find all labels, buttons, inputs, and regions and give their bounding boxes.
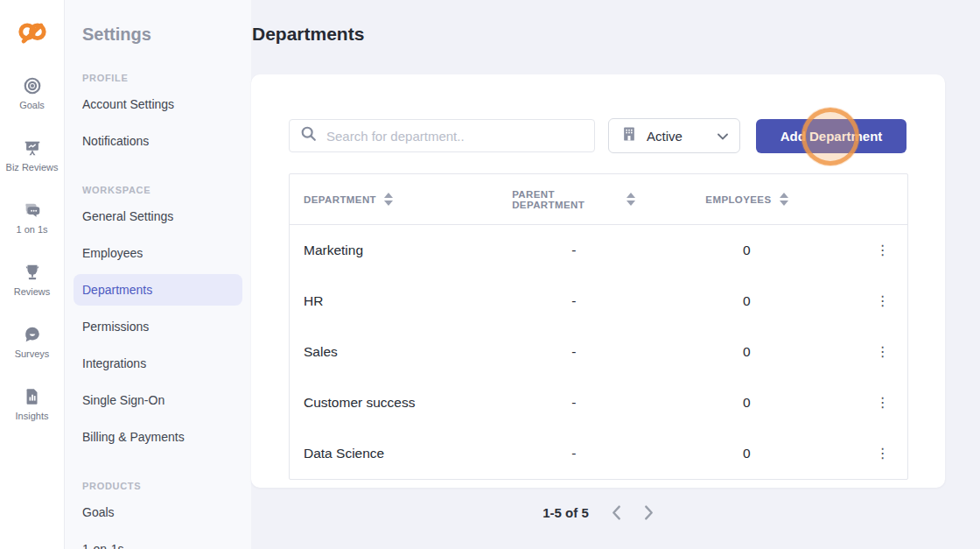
department-name: Sales [290,344,512,360]
table-header-row: DEPARTMENT PARENT DEPARTMENT EMPLOYEES [290,174,907,225]
table-row-data-science: Data Science - 0 ⋮ [290,428,907,479]
status-filter-value: Active [647,129,682,144]
sidebar-item-billing-payments[interactable]: Billing & Payments [74,421,242,453]
employees-count: 0 [635,446,858,461]
column-header-employees: EMPLOYEES [705,194,771,205]
rail-item-surveys[interactable]: Surveys [4,325,60,360]
section-header-products: PRODUCTS [82,481,251,491]
department-name: HR [290,293,512,309]
department-name: Marketing [290,243,512,258]
icon-rail: Goals Biz Reviews 1 on 1s [0,0,65,549]
rail-item-insights[interactable]: Insights [4,387,60,422]
employees-count: 0 [635,344,858,360]
parent-department-value: - [512,395,635,411]
table-row-customer-success: Customer success - 0 ⋮ [290,377,907,428]
table-row-sales: Sales - 0 ⋮ [290,327,907,377]
rail-item-goals[interactable]: Goals [4,76,60,111]
pretzel-logo-icon [17,37,48,52]
feedback-bubble-icon [23,325,42,344]
column-header-department: DEPARTMENT [304,194,376,205]
target-icon [23,76,42,95]
kebab-menu-icon[interactable]: ⋮ [876,294,890,308]
section-header-workspace: WORKSPACE [82,185,251,195]
table-row-hr: HR - 0 ⋮ [290,276,907,327]
sidebar-item-general-settings[interactable]: General Settings [74,201,242,232]
sidebar-item-notifications[interactable]: Notifications [74,125,242,157]
settings-sidebar: Settings PROFILE Account Settings Notifi… [65,0,251,549]
kebab-menu-icon[interactable]: ⋮ [876,345,890,359]
kebab-menu-icon[interactable]: ⋮ [876,447,890,461]
parent-department-value: - [512,293,635,309]
parent-department-value: - [512,243,635,258]
sort-toggle-employees[interactable] [780,193,788,206]
sidebar-item-permissions[interactable]: Permissions [74,311,242,342]
report-doc-icon [23,387,42,406]
departments-card: Active Add Department DEPARTMENT PARENT … [251,74,945,488]
rail-label: Insights [16,411,49,422]
pagination-range-label: 1-5 of 5 [542,505,589,520]
employees-count: 0 [635,293,858,309]
table-row-marketing: Marketing - 0 ⋮ [290,225,907,276]
parent-department-value: - [512,344,635,360]
status-filter-dropdown[interactable]: Active [608,118,740,153]
rail-label: 1 on 1s [16,224,47,236]
column-header-parent-department: PARENT DEPARTMENT [512,189,619,210]
toolbar: Active Add Department [289,118,908,153]
rail-item-reviews[interactable]: Reviews [4,263,60,298]
sort-toggle-parent-department[interactable] [626,193,635,206]
app-logo[interactable] [17,18,48,49]
rail-label: Biz Reviews [6,162,59,173]
next-page-button[interactable] [644,505,654,520]
kebab-menu-icon[interactable]: ⋮ [876,243,890,257]
previous-page-button[interactable] [612,505,621,520]
building-icon [620,125,638,146]
department-name: Data Science [290,446,512,461]
presentation-icon [23,138,42,158]
section-header-profile: PROFILE [82,73,251,83]
sidebar-item-goals[interactable]: Goals [74,496,242,528]
pagination: 1-5 of 5 [251,499,945,525]
employees-count: 0 [635,395,858,411]
search-icon [300,125,318,146]
rail-label: Surveys [15,348,50,360]
add-department-button[interactable]: Add Department [756,119,906,153]
sidebar-item-integrations[interactable]: Integrations [74,348,242,379]
employees-count: 0 [635,243,858,258]
sidebar-item-employees[interactable]: Employees [74,237,242,269]
sidebar-title: Settings [82,25,251,45]
page-title: Departments [252,24,980,45]
chat-bubbles-icon [23,201,42,220]
sidebar-item-1-on-1s[interactable]: 1-on-1s [74,533,242,549]
trophy-icon [23,263,42,282]
parent-department-value: - [512,446,635,461]
rail-item-1-on-1s[interactable]: 1 on 1s [4,201,60,236]
department-name: Customer success [290,395,512,411]
sidebar-item-single-sign-on[interactable]: Single Sign-On [74,384,242,416]
sidebar-item-departments[interactable]: Departments [74,274,242,306]
departments-table: DEPARTMENT PARENT DEPARTMENT EMPLOYEES M… [289,173,908,480]
main-content: Departments [251,0,980,549]
sort-toggle-department[interactable] [384,193,393,206]
rail-item-biz-reviews[interactable]: Biz Reviews [4,138,60,173]
sidebar-item-account-settings[interactable]: Account Settings [74,88,242,120]
chevron-down-icon [718,128,728,144]
department-search[interactable] [289,119,595,152]
rail-label: Reviews [14,286,51,298]
rail-label: Goals [19,100,45,111]
search-input[interactable] [326,129,584,144]
kebab-menu-icon[interactable]: ⋮ [876,396,890,410]
